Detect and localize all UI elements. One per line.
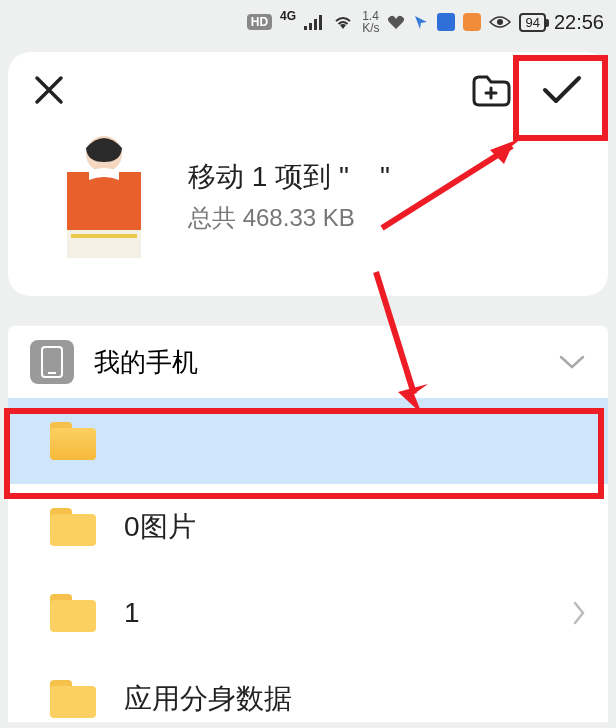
breadcrumb-label: 我的手机: [94, 345, 538, 380]
network-type: 4G: [280, 9, 296, 23]
location-icon: [413, 14, 429, 30]
folder-label: 0图片: [124, 508, 586, 546]
phone-icon: [30, 340, 74, 384]
svg-rect-0: [304, 26, 307, 30]
clock: 22:56: [554, 11, 604, 34]
folder-label: 应用分身数据: [124, 680, 586, 718]
new-folder-icon: [470, 72, 512, 108]
breadcrumb-root[interactable]: 我的手机: [8, 326, 608, 398]
svg-rect-8: [71, 234, 137, 238]
signal-icon: [304, 14, 324, 30]
folder-item[interactable]: 0图片: [8, 484, 608, 570]
app-badge-1: [437, 13, 455, 31]
app-badge-2: [463, 13, 481, 31]
folder-item[interactable]: 1: [8, 570, 608, 656]
folder-icon: [50, 508, 96, 546]
heart-icon: [387, 14, 405, 30]
move-subtitle: 总共 468.33 KB: [188, 202, 390, 234]
move-dialog-card: 移动 1 项到 " " 总共 468.33 KB: [8, 52, 608, 296]
toolbar: [8, 52, 608, 120]
battery-indicator: 94: [519, 13, 545, 32]
folder-item[interactable]: 应用分身数据: [8, 656, 608, 722]
folder-icon: [50, 422, 96, 460]
folder-icon: [50, 680, 96, 718]
svg-rect-2: [314, 19, 317, 30]
svg-point-4: [497, 19, 503, 25]
close-button[interactable]: [32, 73, 66, 111]
new-folder-button[interactable]: [470, 72, 512, 112]
move-title: 移动 1 项到 " ": [188, 158, 390, 196]
folder-icon: [50, 594, 96, 632]
eye-icon: [489, 15, 511, 29]
svg-rect-3: [319, 15, 322, 30]
move-info-text: 移动 1 项到 " " 总共 468.33 KB: [188, 158, 390, 234]
chevron-down-icon: [558, 354, 586, 370]
move-info: 移动 1 项到 " " 总共 468.33 KB: [8, 120, 608, 296]
wifi-icon: [332, 14, 354, 30]
status-bar: HD 4G 1.4K/s 94 22:56: [0, 0, 616, 44]
folder-item-selected[interactable]: [8, 398, 608, 484]
close-icon: [32, 73, 66, 107]
confirm-button[interactable]: [540, 73, 584, 111]
net-speed: 1.4K/s: [362, 10, 379, 34]
chevron-right-icon: [572, 600, 586, 626]
svg-rect-1: [309, 23, 312, 30]
check-icon: [540, 73, 584, 107]
svg-rect-11: [48, 372, 56, 374]
folder-label: 1: [124, 597, 544, 629]
thumbnail: [44, 132, 164, 260]
hd-badge: HD: [247, 14, 272, 30]
folder-list: 0图片 1 应用分身数据: [8, 398, 608, 722]
